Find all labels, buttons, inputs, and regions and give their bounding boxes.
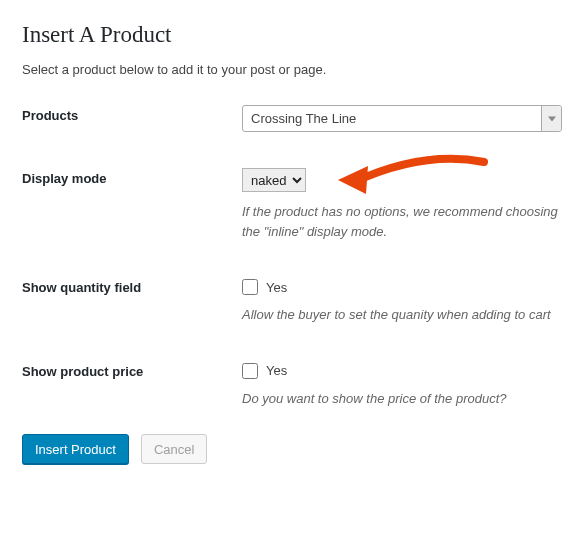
button-row: Insert Product Cancel <box>22 434 563 464</box>
display-mode-label: Display mode <box>22 171 107 186</box>
show-quantity-checkbox[interactable] <box>242 279 258 295</box>
row-show-price: Show product price Yes Do you want to sh… <box>22 361 563 409</box>
products-label: Products <box>22 108 78 123</box>
row-show-quantity: Show quantity field Yes Allow the buyer … <box>22 277 563 325</box>
show-price-hint: Do you want to show the price of the pro… <box>242 389 562 409</box>
display-mode-hint: If the product has no options, we recomm… <box>242 202 562 241</box>
show-quantity-label: Show quantity field <box>22 280 141 295</box>
annotation-arrow-icon <box>334 154 494 207</box>
cancel-button[interactable]: Cancel <box>141 434 207 464</box>
show-quantity-option-label: Yes <box>266 280 287 295</box>
page-title: Insert A Product <box>22 22 563 48</box>
show-price-label: Show product price <box>22 364 143 379</box>
show-quantity-hint: Allow the buyer to set the quanity when … <box>242 305 562 325</box>
show-price-option-label: Yes <box>266 363 287 378</box>
display-mode-select[interactable]: naked <box>242 168 306 192</box>
products-selected-value: Crossing The Line <box>251 111 356 126</box>
page-subtitle: Select a product below to add it to your… <box>22 62 563 77</box>
show-price-checkbox[interactable] <box>242 363 258 379</box>
chevron-down-icon <box>541 106 561 131</box>
row-display-mode: Display mode naked If the product has no… <box>22 168 563 241</box>
row-products: Products Crossing The Line <box>22 105 563 132</box>
insert-product-button[interactable]: Insert Product <box>22 434 129 464</box>
products-select[interactable]: Crossing The Line <box>242 105 562 132</box>
